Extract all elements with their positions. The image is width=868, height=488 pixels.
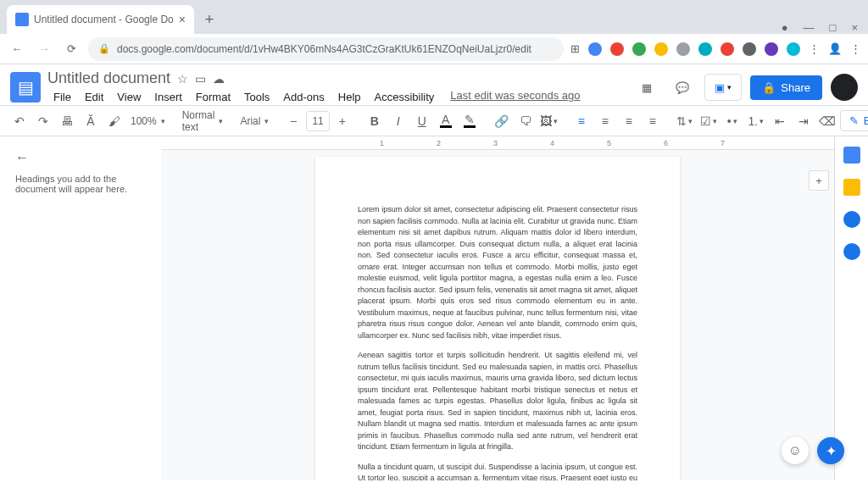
checklist-button[interactable]: ☑ [698, 110, 720, 132]
numbered-list-button[interactable]: 1. [745, 110, 767, 132]
extension-icons: ⊞ ⋮ 👤 ⋮ [570, 42, 861, 56]
ext-icon[interactable] [654, 42, 668, 56]
add-comment-button[interactable]: 🗨 [515, 110, 537, 132]
line-spacing-button[interactable]: ⇅ [674, 110, 696, 132]
apps-icon[interactable]: ▦ [633, 74, 660, 101]
font-size-decrease[interactable]: − [282, 110, 304, 132]
ext-icon[interactable] [698, 42, 712, 56]
cloud-status-icon[interactable]: ☁ [213, 72, 225, 86]
explore-fab[interactable]: ✦ [817, 437, 844, 464]
comment-history-icon[interactable]: 💬 [669, 74, 696, 101]
calendar-app-icon[interactable] [843, 147, 860, 164]
menu-file[interactable]: File [47, 89, 77, 105]
paragraph[interactable]: Nulla a tincidunt quam, ut suscipit dui.… [358, 462, 637, 481]
font-size-increase[interactable]: + [331, 110, 353, 132]
ext-icon[interactable] [610, 42, 624, 56]
bulleted-list-button[interactable]: • [721, 110, 743, 132]
tasks-app-icon[interactable] [843, 211, 860, 228]
redo-button[interactable]: ↷ [32, 110, 54, 132]
window-controls: ● — □ × [782, 21, 868, 34]
extensions-menu-icon[interactable]: ⋮ [809, 42, 820, 55]
paint-format-button[interactable]: 🖌 [103, 110, 125, 132]
ext-icon[interactable] [743, 42, 756, 56]
close-window-icon[interactable]: × [851, 21, 858, 34]
back-button[interactable]: ← [7, 39, 27, 59]
document-canvas[interactable]: 1 2 3 4 5 6 7 + Lorem ipsum dolor sit am… [161, 136, 834, 480]
toolbar: ↶ ↷ 🖶 Ă 🖌 100% Normal text Arial − 11 + … [0, 106, 868, 136]
maximize-icon[interactable]: □ [830, 21, 837, 34]
outline-placeholder: Headings you add to the document will ap… [15, 174, 146, 194]
move-icon[interactable]: ▭ [195, 72, 206, 86]
align-left-button[interactable]: ≡ [570, 110, 593, 132]
ext-icon[interactable] [676, 42, 690, 56]
record-icon[interactable]: ● [782, 21, 788, 34]
styles-select[interactable]: Normal text [179, 111, 227, 131]
horizontal-ruler[interactable]: 1 2 3 4 5 6 7 [161, 136, 834, 150]
menu-format[interactable]: Format [190, 89, 236, 105]
zoom-select[interactable]: 100% [127, 111, 169, 131]
star-icon[interactable]: ☆ [177, 72, 188, 86]
italic-button[interactable]: I [387, 110, 409, 132]
share-label: Share [781, 81, 810, 94]
menu-accessibility[interactable]: Accessibility [369, 89, 441, 105]
last-edit-link[interactable]: Last edit was seconds ago [450, 89, 580, 105]
ext-icon[interactable] [787, 42, 800, 56]
paragraph[interactable]: Aenean sagittis tortor et turpis sollici… [358, 350, 637, 453]
docs-header: ▤ Untitled document ☆ ▭ ☁ File Edit View… [0, 64, 868, 106]
decrease-indent-button[interactable]: ⇤ [769, 110, 791, 132]
insert-link-button[interactable]: 🔗 [491, 110, 513, 132]
insert-image-button[interactable]: 🖼 [538, 110, 560, 132]
text-color-button[interactable]: A [435, 110, 457, 132]
account-avatar[interactable] [831, 74, 858, 101]
docs-home-icon[interactable]: ▤ [10, 72, 41, 103]
minimize-icon[interactable]: — [804, 21, 815, 34]
ext-icon[interactable] [632, 42, 646, 56]
menu-view[interactable]: View [111, 89, 147, 105]
menu-bar: File Edit View Insert Format Tools Add-o… [47, 89, 626, 105]
print-button[interactable]: 🖶 [56, 110, 78, 132]
align-justify-button[interactable]: ≡ [642, 110, 664, 132]
profile-icon[interactable]: 👤 [828, 42, 842, 55]
align-right-button[interactable]: ≡ [618, 110, 640, 132]
align-center-button[interactable]: ≡ [594, 110, 616, 132]
document-page[interactable]: Lorem ipsum dolor sit amet, consectetur … [315, 157, 680, 480]
ext-icon[interactable]: ⊞ [570, 42, 580, 55]
editing-mode-button[interactable]: ✎ Editing ▾ [840, 110, 868, 131]
ext-icon[interactable] [721, 42, 734, 56]
keep-app-icon[interactable] [843, 179, 860, 196]
reload-button[interactable]: ⟳ [61, 39, 81, 59]
increase-indent-button[interactable]: ⇥ [793, 110, 815, 132]
ext-icon[interactable] [765, 42, 778, 56]
underline-button[interactable]: U [411, 110, 433, 132]
outline-panel: ← Headings you add to the document will … [0, 136, 161, 480]
side-panel [834, 136, 868, 480]
menu-addons[interactable]: Add-ons [277, 89, 330, 105]
paragraph[interactable]: Lorem ipsum dolor sit amet, consectetur … [358, 204, 637, 341]
document-title[interactable]: Untitled document [47, 69, 170, 87]
lock-icon: 🔒 [98, 43, 110, 54]
browser-tab[interactable]: Untitled document - Google Do × [7, 5, 194, 34]
menu-edit[interactable]: Edit [79, 89, 109, 105]
margin-plus-icon[interactable]: + [809, 170, 829, 191]
ext-icon[interactable] [588, 42, 602, 56]
close-tab-icon[interactable]: × [179, 13, 186, 26]
url-bar[interactable]: 🔒 docs.google.com/document/d/1vHw4BKY06m… [88, 37, 564, 61]
bold-button[interactable]: B [364, 110, 386, 132]
feedback-fab[interactable]: ☺ [782, 437, 809, 464]
contacts-app-icon[interactable] [843, 243, 860, 260]
meet-button[interactable]: ▣▾ [704, 74, 742, 101]
menu-help[interactable]: Help [332, 89, 367, 105]
browser-menu-icon[interactable]: ⋮ [850, 42, 861, 55]
clear-formatting-button[interactable]: ⌫ [816, 110, 838, 132]
font-select[interactable]: Arial [236, 111, 272, 131]
menu-insert[interactable]: Insert [148, 89, 188, 105]
highlight-button[interactable]: ✎ [459, 110, 481, 132]
spellcheck-button[interactable]: Ă [80, 110, 102, 132]
font-size-input[interactable]: 11 [306, 111, 329, 131]
docs-favicon [15, 13, 29, 26]
menu-tools[interactable]: Tools [238, 89, 275, 105]
outline-back-icon[interactable]: ← [15, 150, 146, 165]
share-button[interactable]: 🔒 Share [750, 75, 822, 100]
new-tab-button[interactable]: + [198, 8, 221, 31]
undo-button[interactable]: ↶ [8, 110, 31, 132]
